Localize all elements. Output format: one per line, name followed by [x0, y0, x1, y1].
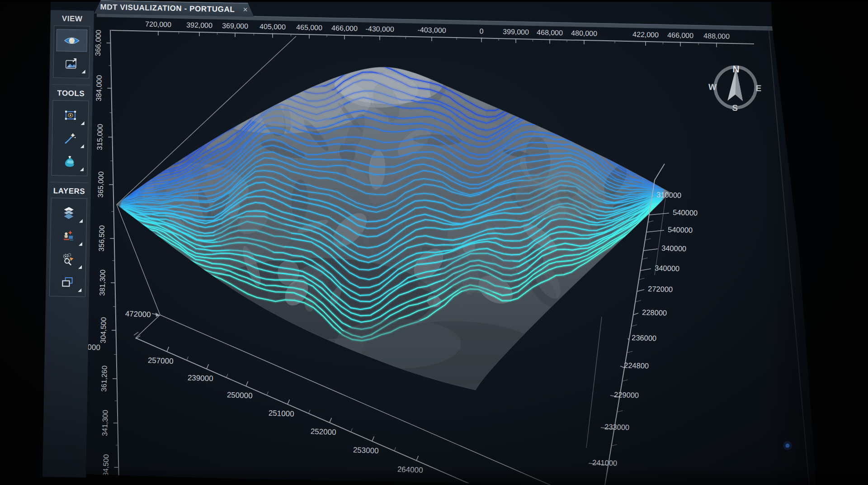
export-view-icon	[65, 57, 79, 71]
view-eye-button[interactable]	[57, 29, 87, 51]
sidebar-divider	[52, 84, 90, 86]
select-area-icon	[64, 108, 78, 122]
axis-tick-label: 384,500	[102, 454, 110, 480]
axis-tick-label: 340000	[661, 244, 687, 252]
sidebar: VIEW	[42, 10, 94, 478]
sidebar-section-tools: TOOLS	[48, 89, 93, 176]
axis-tick-label: 365,000	[96, 171, 105, 198]
close-icon[interactable]: ×	[243, 5, 248, 14]
duplicate-button[interactable]	[52, 271, 83, 293]
axis-tick-label: 366,000	[94, 30, 103, 56]
mdt-app-window: 720,000392,000369,000405,000465,000466,0…	[0, 0, 868, 485]
axis-tick-label: 0	[479, 27, 483, 35]
terrain-viewport[interactable]: 720,000392,000369,000405,000465,000466,0…	[0, 0, 868, 485]
axis-tick-label: 253000	[353, 446, 379, 455]
layers-button-group	[49, 198, 87, 297]
axis-tick-label: 384,000	[95, 75, 104, 101]
axis-tick-label: -430,000	[365, 25, 394, 33]
expand-corner-icon	[78, 288, 81, 292]
axis-tick-label: 304,500	[99, 317, 108, 343]
sidebar-divider	[50, 182, 89, 183]
axis-tick-label: 264000	[397, 465, 423, 475]
axis-tick-label: 405,000	[259, 23, 286, 31]
sidebar-section-layers: LAYERS	[46, 186, 91, 297]
workstation-icon	[61, 229, 75, 243]
axis-tick-label: 468,000	[537, 29, 563, 37]
expand-corner-icon	[79, 219, 83, 223]
inspect-gears-icon	[61, 252, 75, 266]
axis-tick-label: 250000	[227, 390, 253, 400]
magic-wand-button[interactable]	[55, 127, 85, 149]
compass: N W E S	[708, 63, 762, 113]
axis-tick-label: 310000	[656, 190, 682, 199]
axis-tick-label: 252000	[311, 427, 336, 437]
status-indicator	[783, 441, 792, 450]
axis-tick-label: 540000	[673, 208, 698, 217]
tools-button-group	[52, 100, 89, 176]
axis-tick-label: 229000	[614, 390, 639, 399]
axis-tick-label: 224800	[624, 361, 649, 370]
window-title: MDT VISUALIZATION - PORTUGAL	[100, 2, 235, 14]
view-button-group	[53, 25, 90, 78]
axis-tick-label: 228000	[642, 308, 667, 317]
duplicate-icon	[61, 275, 75, 289]
eye-icon	[64, 34, 80, 47]
axis-tick-label: 369,000	[222, 22, 248, 30]
axis-tick-label: 720,000	[145, 20, 171, 29]
magic-wand-icon	[63, 131, 77, 145]
workstation-button[interactable]	[53, 225, 84, 247]
compass-w: W	[708, 82, 717, 91]
axis-tick-label: 540000	[668, 225, 693, 234]
axis-tick-label: 361,260	[100, 366, 108, 392]
axis-tick-label: -403,000	[417, 26, 446, 34]
export-view-button[interactable]	[57, 52, 87, 74]
layers-stack-icon	[61, 205, 76, 220]
axis-tick-label: 233000	[604, 423, 630, 431]
axis-tick-label: 381,300	[98, 270, 107, 296]
section-label-tools: TOOLS	[49, 89, 93, 99]
axis-tick-label: 239000	[188, 373, 213, 383]
layers-stack-button[interactable]	[54, 202, 84, 223]
axis-tick-label: 392,000	[186, 21, 212, 29]
compass-s: S	[732, 103, 738, 113]
axis-tick-label: 257000	[148, 356, 174, 366]
sidebar-section-view: VIEW	[49, 14, 94, 79]
compass-n: N	[732, 64, 740, 74]
axis-origin-label: 472000	[125, 309, 151, 319]
axis-tick-label: 480,000	[571, 29, 597, 37]
expand-corner-icon	[80, 167, 84, 171]
section-label-view: VIEW	[50, 14, 94, 24]
axis-tick-label: 340000	[655, 264, 680, 272]
expand-corner-icon	[82, 70, 85, 73]
expand-corner-icon	[78, 265, 82, 269]
axis-tick-label: 488,000	[703, 32, 730, 40]
inspect-gears-button[interactable]	[53, 248, 83, 270]
axis-tick-label: 341,300	[101, 410, 109, 436]
expand-corner-icon	[80, 144, 84, 148]
section-label-layers: LAYERS	[47, 186, 91, 196]
axis-tick-label: 466,000	[331, 24, 358, 32]
expand-corner-icon	[79, 242, 82, 246]
axis-tick-label: 356,500	[98, 225, 106, 252]
axis-tick-label: 466,000	[667, 31, 693, 39]
axis-tick-label: 251000	[269, 409, 294, 418]
expand-corner-icon	[81, 121, 85, 125]
select-area-button[interactable]	[56, 104, 86, 126]
compass-e: E	[755, 83, 761, 93]
axis-tick-label: 399,000	[503, 28, 529, 36]
axis-tick-label: 236000	[632, 333, 657, 342]
axis-tick-label: 315,000	[96, 124, 104, 150]
axis-tick-label: 422,000	[632, 30, 659, 38]
terrain-fill-button[interactable]	[55, 150, 85, 172]
terrain-fill-icon	[63, 154, 77, 168]
axis-tick-label: 241000	[592, 458, 618, 467]
axis-tick-label: 465,000	[296, 24, 322, 32]
axis-tick-label: 272000	[648, 285, 673, 293]
terrain-3d-model[interactable]	[95, 57, 690, 390]
